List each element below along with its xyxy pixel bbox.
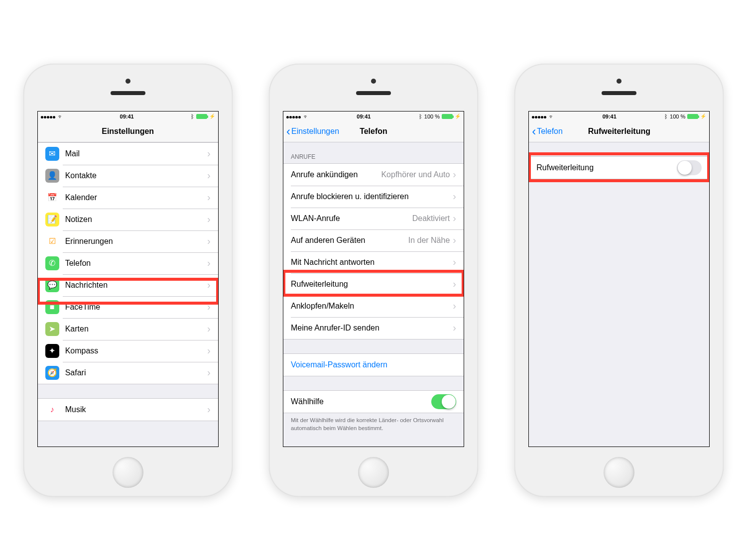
toggle-dial-assist[interactable] [431, 394, 456, 409]
iphone-frame-2: ᯤ 09:41 ᛒ 100 % ⚡ ‹ Einstellungen Telefo… [269, 64, 478, 497]
cell-label: Rufweiterleitung [291, 280, 453, 289]
charging-icon: ⚡ [209, 113, 215, 119]
back-button[interactable]: ‹ Telefon [532, 121, 563, 142]
row-facetime[interactable]: ■FaceTime› [38, 296, 218, 318]
row-mail[interactable]: ✉Mail› [38, 143, 218, 165]
cell-label: Rufweiterleitung [536, 163, 677, 172]
battery-icon [687, 114, 698, 119]
cell-label: Kompass [65, 346, 207, 355]
nachrichten-icon: 💬 [45, 278, 59, 292]
screen-settings: ᯤ 09:41 ᛒ ⚡ Einstellungen ✉Mail›👤Kontakt… [37, 111, 219, 447]
row-wlan-anrufe[interactable]: WLAN-AnrufeDeaktiviert› [283, 208, 464, 229]
nav-bar: Einstellungen [38, 121, 218, 142]
karten-icon: ➤ [45, 322, 59, 336]
row-karten[interactable]: ➤Karten› [38, 318, 218, 340]
status-time: 09:41 [120, 113, 134, 119]
kompass-icon: ✦ [45, 344, 59, 358]
telefon-list[interactable]: ANRUFE Anrufe ankündigenKopfhörer und Au… [283, 142, 464, 447]
erinnerungen-icon: ☑ [45, 234, 59, 248]
row-meine-anrufer-id-senden[interactable]: Meine Anrufer-ID senden› [283, 317, 464, 339]
cell-label: Wählhilfe [291, 397, 431, 406]
cell-detail: Deaktiviert [412, 214, 450, 223]
iphone-frame-3: ᯤ 09:41 ᛒ 100 % ⚡ ‹ Telefon Rufweiterlei… [514, 64, 724, 497]
toggle-call-forwarding[interactable] [677, 160, 702, 175]
back-button[interactable]: ‹ Einstellungen [286, 121, 339, 142]
cell-label: FaceTime [65, 303, 207, 312]
back-label: Telefon [537, 127, 563, 136]
row-musik[interactable]: ♪Musik› [38, 399, 218, 421]
row-kontakte[interactable]: 👤Kontakte› [38, 165, 218, 187]
cell-label: Anklopfen/Makeln [291, 302, 453, 311]
row-kalender[interactable]: 📅Kalender› [38, 187, 218, 209]
wifi-icon: ᯤ [58, 113, 63, 119]
chevron-right-icon: › [207, 301, 211, 313]
cell-label: Notizen [65, 215, 207, 224]
row-telefon[interactable]: ✆Telefon› [38, 252, 218, 274]
speaker-slot [602, 91, 636, 95]
bluetooth-icon: ᛒ [191, 113, 194, 119]
row-nachrichten[interactable]: 💬Nachrichten› [38, 274, 218, 296]
home-button[interactable] [113, 457, 143, 488]
chevron-left-icon: ‹ [286, 125, 290, 137]
cell-label: Mail [65, 149, 207, 158]
row-erinnerungen[interactable]: ☑Erinnerungen› [38, 230, 218, 252]
nav-title: Rufweiterleitung [588, 127, 650, 136]
chevron-right-icon: › [207, 170, 211, 181]
chevron-right-icon: › [207, 148, 211, 159]
facetime-icon: ■ [45, 300, 59, 314]
cell-label: WLAN-Anrufe [291, 214, 412, 223]
row-anklopfen-makeln[interactable]: Anklopfen/Makeln› [283, 295, 464, 317]
notizen-icon: 📝 [45, 213, 59, 226]
charging-icon: ⚡ [455, 113, 461, 119]
row-safari[interactable]: 🧭Safari› [38, 362, 218, 384]
cell-label: Kontakte [65, 171, 207, 180]
cell-link: Voicemail-Passwort ändern [291, 360, 387, 369]
mail-icon: ✉ [45, 147, 59, 161]
cell-label: Auf anderen Geräten [291, 236, 408, 245]
chevron-right-icon: › [207, 323, 211, 335]
battery-text: 100 % [670, 113, 685, 119]
row-call-forwarding[interactable]: Rufweiterleitung [529, 157, 709, 179]
nav-bar: ‹ Einstellungen Telefon [283, 121, 464, 142]
row-anrufe-blockieren-u-identifizieren[interactable]: Anrufe blockieren u. identifizieren› [283, 186, 464, 208]
chevron-right-icon: › [453, 322, 456, 334]
row-kompass[interactable]: ✦Kompass› [38, 340, 218, 362]
row-voicemail-password[interactable]: Voicemail-Passwort ändern [283, 354, 464, 376]
nav-bar: ‹ Telefon Rufweiterleitung [529, 121, 709, 142]
home-button[interactable] [604, 457, 634, 488]
chevron-left-icon: ‹ [532, 125, 536, 137]
cell-label: Telefon [65, 259, 207, 268]
speaker-slot [356, 91, 391, 95]
row-dial-assist[interactable]: Wählhilfe [283, 391, 464, 413]
settings-list[interactable]: ✉Mail›👤Kontakte›📅Kalender›📝Notizen›☑Erin… [38, 142, 218, 447]
chevron-right-icon: › [453, 213, 456, 224]
row-anrufe-ank-ndigen[interactable]: Anrufe ankündigenKopfhörer und Auto› [283, 164, 464, 186]
iphone-frame-1: ᯤ 09:41 ᛒ ⚡ Einstellungen ✉Mail›👤Kontakt… [23, 64, 233, 497]
row-auf-anderen-ger-ten[interactable]: Auf anderen GerätenIn der Nähe› [283, 229, 464, 251]
chevron-right-icon: › [453, 278, 456, 290]
forwarding-list[interactable]: Rufweiterleitung [529, 142, 709, 447]
cell-label: Erinnerungen [65, 237, 207, 246]
row-notizen[interactable]: 📝Notizen› [38, 209, 218, 230]
bluetooth-icon: ᛒ [419, 113, 422, 119]
cell-detail: Kopfhörer und Auto [381, 170, 450, 179]
kontakte-icon: 👤 [45, 169, 59, 183]
chevron-right-icon: › [453, 300, 456, 312]
chevron-right-icon: › [207, 214, 211, 225]
speaker-slot [111, 91, 145, 95]
cell-label: Mit Nachricht antworten [291, 258, 453, 267]
camera-dot [125, 79, 130, 84]
home-button[interactable] [358, 457, 389, 488]
row-mit-nachricht-antworten[interactable]: Mit Nachricht antworten› [283, 251, 464, 273]
signal-icon [286, 113, 301, 119]
signal-icon [532, 113, 547, 119]
cell-label: Anrufe blockieren u. identifizieren [291, 192, 453, 201]
chevron-right-icon: › [207, 192, 211, 203]
cell-label: Karten [65, 325, 207, 334]
cell-label: Kalender [65, 193, 207, 202]
row-rufweiterleitung[interactable]: Rufweiterleitung› [283, 273, 464, 295]
cell-label: Musik [65, 405, 207, 414]
camera-dot [617, 79, 622, 84]
battery-icon [442, 114, 453, 119]
signal-icon [41, 113, 56, 119]
